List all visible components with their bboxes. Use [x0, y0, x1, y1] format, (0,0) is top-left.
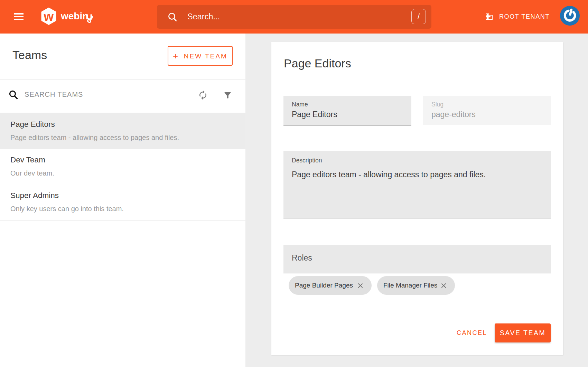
svg-text:w: w — [44, 9, 54, 23]
